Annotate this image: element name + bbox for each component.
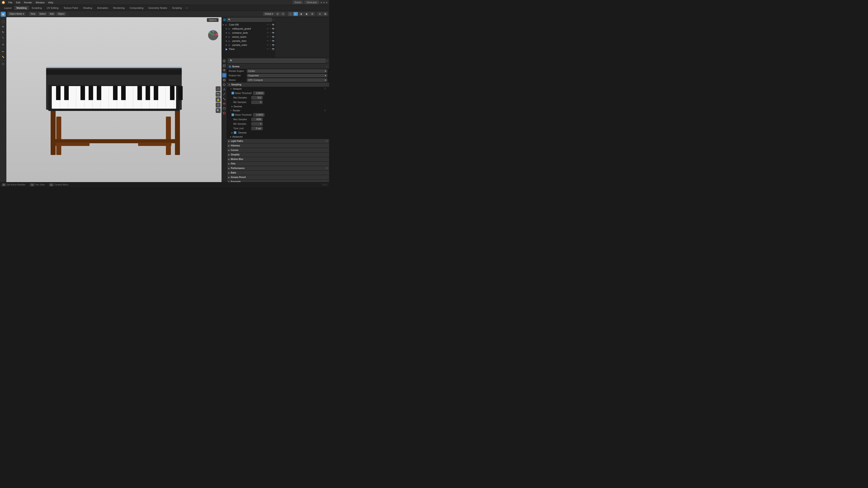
menu-help[interactable]: Help — [46, 1, 55, 4]
menu-window[interactable]: Window — [34, 1, 46, 4]
render-min-samples-value[interactable]: 0 — [251, 122, 263, 126]
overlay-btn[interactable]: ⊙ — [317, 12, 322, 16]
grease-pencil-section-header[interactable]: ▶ Grease Pencil — [227, 175, 329, 180]
scale-tool[interactable]: ⤡ — [1, 35, 6, 40]
world-props-icon[interactable] — [222, 78, 226, 82]
viewport-subsection-menu[interactable]: ☰ — [324, 88, 326, 90]
transform-tool[interactable]: ⊞ — [1, 42, 6, 47]
eye-icon-mittlepunkt[interactable]: 👁 — [267, 28, 269, 30]
material-preview-btn[interactable]: ◑ — [298, 12, 304, 16]
viewport-denoise-header[interactable]: ▶ Denoise — [227, 104, 329, 108]
render-subsection-menu[interactable]: ☰ — [324, 109, 326, 111]
render-denoise-header[interactable]: ▶ ✓ Denoise — [227, 131, 329, 135]
constraints-props-icon[interactable] — [222, 101, 226, 106]
tab-texture-paint[interactable]: Texture Paint — [61, 6, 80, 10]
outliner-filter-icon[interactable]: ≡ — [273, 19, 274, 21]
output-props-icon[interactable] — [222, 64, 226, 68]
outliner-item-mittlepunkt[interactable]: ▶ ▷ mittlepunkt_gestell 👁 ↗ 📷 — [222, 27, 275, 31]
outliner-search-input[interactable] — [227, 18, 272, 22]
light-paths-section-header[interactable]: ▶ Light Paths ☰ — [227, 139, 329, 143]
render-icon-plane[interactable]: 📷 — [272, 48, 274, 50]
pointer-icon-yamaha-oben[interactable]: ↗ — [270, 40, 271, 42]
pointer-icon-plane[interactable]: ↗ — [270, 48, 271, 50]
select-menu[interactable]: Select — [38, 12, 47, 16]
tab-modeling[interactable]: Modeling — [14, 6, 29, 10]
eye-icon-yamaha-oben[interactable]: 👁 — [267, 40, 269, 42]
render-engine-dropdown[interactable]: Cycles ▾ — [247, 69, 327, 73]
tab-geometry-nodes[interactable]: Geometry Nodes — [146, 6, 169, 10]
device-dropdown[interactable]: GPU Compute ▾ — [247, 78, 327, 82]
material-props-icon[interactable] — [222, 111, 226, 116]
snap-btn[interactable]: ⊡ — [275, 12, 280, 16]
render-noise-threshold-value[interactable]: 0.0050 — [253, 113, 265, 117]
advanced-subsection-header[interactable]: ▶ Advanced — [227, 135, 329, 139]
add-workspace-button[interactable]: + — [184, 5, 189, 10]
motion-blur-section-header[interactable]: ▶ Motion Blur — [227, 157, 329, 161]
performance-section-header[interactable]: ▶ Performance ☰ — [227, 166, 329, 170]
zoom-to-fit-btn[interactable]: ⌖ — [216, 86, 221, 91]
physics-props-icon[interactable] — [222, 97, 226, 101]
object-mode-selector[interactable]: Object Mode ▾ — [8, 12, 26, 16]
select-box-tool[interactable]: ⬚ — [1, 19, 6, 24]
view-layer-name[interactable]: ViewLayer — [305, 1, 319, 4]
time-limit-value[interactable]: 0 sec — [251, 127, 263, 130]
curves-section-header[interactable]: ▶ Curves — [227, 148, 329, 152]
render-icon-yamaha-oben[interactable]: 📷 — [272, 40, 274, 42]
outliner-item-yamaha-unten[interactable]: ▶ ▷ yamaha_unten 👁 ↗ 📷 — [222, 43, 275, 47]
menu-render[interactable]: Render — [22, 1, 34, 4]
render-denoise-checkbox[interactable]: ✓ — [234, 131, 237, 134]
particles-props-icon[interactable] — [222, 92, 226, 96]
eye-icon-plane[interactable]: 👁 — [267, 48, 269, 50]
viewport-noise-threshold-value[interactable]: 0.0020 — [253, 92, 265, 95]
eye-icon-cube006[interactable]: 👁 — [267, 24, 269, 26]
menu-edit[interactable]: Edit — [14, 1, 22, 4]
render-subsection-header[interactable]: ▼ Render ☰ — [227, 108, 329, 112]
tab-layout[interactable]: Layout — [2, 6, 14, 10]
pointer-icon-cube006[interactable]: ↗ — [270, 24, 271, 26]
eye-icon-yamaha-unten[interactable]: 👁 — [267, 44, 269, 46]
freestyle-section-header[interactable]: ▶ Freestyle — [227, 180, 329, 182]
outliner-item-plane[interactable]: ▶ ◼ Plane 👁 ↗ 📷 — [222, 47, 275, 51]
render-icon-yamaha-unten[interactable]: 📷 — [272, 44, 274, 46]
data-props-icon[interactable] — [222, 106, 226, 111]
annotate-tool[interactable]: ✏ — [1, 49, 6, 54]
viewport-options-button[interactable]: Options — [207, 18, 219, 22]
xray-btn[interactable]: ⊠ — [323, 12, 328, 16]
render-icon-cube006[interactable]: 📷 — [272, 24, 274, 26]
outliner-item-schwarze[interactable]: ▶ ▷ schwarze_taste 👁 ↗ 📷 — [222, 31, 275, 35]
tab-compositing[interactable]: Compositing — [127, 6, 146, 10]
object-menu[interactable]: Object — [56, 12, 66, 16]
viewport[interactable]: Options ▾ — [6, 17, 221, 182]
view-layer-props-icon[interactable] — [222, 68, 226, 73]
object-props-icon[interactable] — [222, 83, 226, 87]
tab-scripting[interactable]: Scripting — [170, 6, 184, 10]
render-settings-btn[interactable]: ⚙ — [310, 12, 315, 16]
scene-props-icon[interactable] — [222, 73, 226, 77]
menu-file[interactable]: File — [7, 1, 14, 4]
global-transform-btn[interactable]: Global ▾ — [263, 12, 275, 16]
measure-tool[interactable]: 📏 — [1, 55, 6, 59]
scene-props-menu[interactable]: ≡ — [326, 65, 327, 68]
outliner-item-weisse[interactable]: ▶ ▷ weisse_tasten 👁 ↗ 📷 — [222, 35, 275, 39]
add-cube-tool[interactable]: ⬛ — [1, 61, 6, 66]
viewport-max-samples-value[interactable]: 512 — [251, 96, 263, 99]
pointer-icon-mittlepunkt[interactable]: ↗ — [270, 28, 271, 30]
viewport-min-samples-value[interactable]: 0 — [251, 101, 263, 104]
view-menu[interactable]: View — [29, 12, 37, 16]
pointer-icon-weisse[interactable]: ↗ — [270, 36, 271, 38]
film-section-header[interactable]: ▶ Film — [227, 161, 329, 166]
performance-menu[interactable]: ☰ — [326, 167, 328, 169]
wireframe-btn[interactable]: ◻ — [288, 12, 293, 16]
render-max-samples-value[interactable]: 4096 — [251, 118, 263, 121]
tab-shading[interactable]: Shading — [81, 6, 94, 10]
cursor-tool[interactable]: ⊕ — [1, 12, 6, 17]
modifiers-props-icon[interactable] — [222, 87, 226, 92]
eye-icon-weisse[interactable]: 👁 — [267, 36, 269, 38]
properties-filter-icon[interactable]: ≡ — [327, 59, 328, 62]
navigation-gizmo[interactable]: X Y Z — [208, 30, 219, 41]
lock-camera-btn[interactable]: 🔒 — [216, 97, 221, 102]
view-camera-btn[interactable]: 📷 — [216, 92, 221, 97]
pointer-icon-yamaha-unten[interactable]: ↗ — [270, 44, 271, 46]
render-props-icon[interactable] — [222, 59, 226, 63]
bake-section-header[interactable]: ▶ Bake — [227, 170, 329, 175]
